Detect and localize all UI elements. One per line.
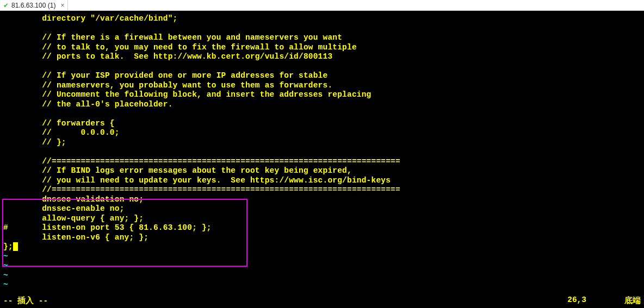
- file-line: // };: [3, 138, 644, 148]
- vim-empty-line: ~: [3, 261, 644, 271]
- file-line: allow-query { any; };: [3, 214, 644, 224]
- cursor: [13, 242, 18, 251]
- file-line: [3, 147, 644, 157]
- file-line: [3, 62, 644, 72]
- file-line: dnssec-enable no;: [3, 204, 644, 214]
- file-line: // nameservers, you probably want to use…: [3, 81, 644, 91]
- close-icon[interactable]: ×: [60, 2, 64, 9]
- file-line: };: [3, 242, 644, 252]
- vim-empty-line: ~: [3, 271, 644, 281]
- file-line: // If BIND logs error messages about the…: [3, 166, 644, 176]
- file-line: // 0.0.0.0;: [3, 128, 644, 138]
- file-line: //======================================…: [3, 185, 644, 195]
- file-line: // If your ISP provided one or more IP a…: [3, 71, 644, 81]
- session-tab[interactable]: ✔ 81.6.63.100 (1) ×: [0, 0, 68, 10]
- file-line: //======================================…: [3, 157, 644, 167]
- vim-status-line: -- 插入 -- 26,3 底端: [3, 296, 641, 306]
- scroll-position: 底端: [624, 296, 641, 306]
- file-line: // forwarders {: [3, 119, 644, 129]
- file-line: // ports to talk. See http://www.kb.cert…: [3, 52, 644, 62]
- terminal[interactable]: directory "/var/cache/bind"; // If there…: [0, 11, 644, 308]
- cursor-position: 26,3: [567, 296, 586, 306]
- file-line: // you will need to update your keys. Se…: [3, 176, 644, 186]
- file-line: dnssec-validation no;: [3, 195, 644, 205]
- vim-empty-line: ~: [3, 252, 644, 262]
- file-line: // to talk to, you may need to fix the f…: [3, 43, 644, 53]
- vim-mode: -- 插入 --: [3, 296, 48, 306]
- file-line: [3, 24, 644, 34]
- tab-bar: ✔ 81.6.63.100 (1) ×: [0, 0, 644, 11]
- connection-status-icon: ✔: [3, 3, 9, 8]
- file-line: # listen-on port 53 { 81.6.63.100; };: [3, 223, 644, 233]
- file-line: directory "/var/cache/bind";: [3, 14, 644, 24]
- vim-empty-line: ~: [3, 280, 644, 290]
- file-line: // the all-0's placeholder.: [3, 100, 644, 110]
- file-line: // Uncomment the following block, and in…: [3, 90, 644, 100]
- file-line: listen-on-v6 { any; };: [3, 233, 644, 243]
- tab-title: 81.6.63.100 (1): [11, 2, 55, 9]
- file-line: // If there is a firewall between you an…: [3, 33, 644, 43]
- file-line: [3, 109, 644, 119]
